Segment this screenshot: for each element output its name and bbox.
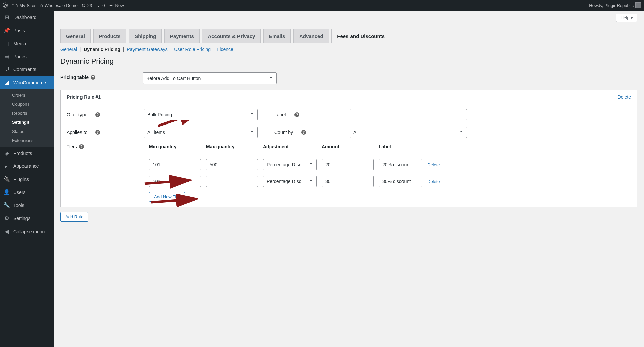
tier-row: Percentage Disc Delete <box>149 159 631 170</box>
pricing-table-label: Pricing table ? <box>60 72 143 80</box>
tab-accounts[interactable]: Accounts & Privacy <box>202 29 261 43</box>
th-min: Min quantity <box>149 144 201 149</box>
tab-emails[interactable]: Emails <box>263 29 291 43</box>
tier-amount-input[interactable] <box>322 159 374 170</box>
admin-bar: Ⓦ ⌂⌂My Sites ⌂Wholesale Demo ↻23 🗨0 ＋New… <box>0 0 644 11</box>
th-amount: Amount <box>322 144 374 149</box>
tab-fees-discounts[interactable]: Fees and Discounts <box>331 29 390 43</box>
help-icon[interactable]: ? <box>301 130 306 135</box>
subnav-licence[interactable]: Licence <box>217 47 233 52</box>
tier-delete-link[interactable]: Delete <box>427 162 454 167</box>
updates-link[interactable]: ↻23 <box>81 2 92 9</box>
dashboard-icon: ⊞ <box>3 14 10 20</box>
gear-icon: ⚙ <box>3 215 10 221</box>
menu-posts[interactable]: 📌Posts <box>0 24 54 37</box>
brush-icon: 🖌 <box>3 163 10 169</box>
submenu-status[interactable]: Status <box>0 127 54 136</box>
tier-row: Percentage Disc Delete <box>149 176 631 187</box>
subnav-general[interactable]: General <box>60 47 77 52</box>
menu-dashboard[interactable]: ⊞Dashboard <box>0 11 54 24</box>
subnav: General | Dynamic Pricing | Payment Gate… <box>60 47 637 52</box>
submenu-coupons[interactable]: Coupons <box>0 100 54 109</box>
tiers-header-row: Min quantity Max quantity Adjustment Amo… <box>149 144 631 153</box>
product-icon: ◈ <box>3 150 10 156</box>
howdy-link[interactable]: Howdy, PluginRepublic <box>589 2 641 8</box>
sites-icon: ⌂⌂ <box>11 2 18 8</box>
menu-appearance[interactable]: 🖌Appearance <box>0 160 54 172</box>
tier-amount-input[interactable] <box>322 176 374 187</box>
tier-max-input[interactable] <box>206 159 258 170</box>
woocommerce-icon: ◪ <box>3 79 10 86</box>
tier-delete-link[interactable]: Delete <box>427 179 454 184</box>
settings-tabs: General Products Shipping Payments Accou… <box>60 26 637 43</box>
pricing-table-select[interactable]: Before Add To Cart Button <box>143 72 277 84</box>
count-by-label: Count by <box>274 130 298 135</box>
offer-type-select[interactable]: Bulk Pricing <box>144 109 258 120</box>
plus-icon: ＋ <box>108 2 114 9</box>
help-icon[interactable]: ? <box>95 130 100 135</box>
tiers-label: Tiers ? <box>67 144 149 149</box>
help-icon[interactable]: ? <box>95 112 100 117</box>
page-icon: ▤ <box>3 53 10 60</box>
rule-label-input[interactable] <box>350 109 467 120</box>
offer-type-label: Offer type <box>67 112 92 117</box>
count-by-select[interactable]: All <box>350 127 467 138</box>
help-icon[interactable]: ? <box>294 112 299 117</box>
tier-min-input[interactable] <box>149 159 201 170</box>
menu-settings[interactable]: ⚙Settings <box>0 212 54 225</box>
tier-adjustment-select[interactable]: Percentage Disc <box>263 159 317 170</box>
menu-collapse[interactable]: ◀Collapse menu <box>0 225 54 229</box>
user-icon: 👤 <box>3 189 10 195</box>
my-sites-link[interactable]: ⌂⌂My Sites <box>11 2 36 8</box>
tier-min-input[interactable] <box>149 176 201 187</box>
content-area: Help ▾ General Products Shipping Payment… <box>54 11 644 229</box>
submenu-orders[interactable]: Orders <box>0 91 54 100</box>
menu-products[interactable]: ◈Products <box>0 147 54 160</box>
submenu-extensions[interactable]: Extensions <box>0 136 54 145</box>
rule-delete-link[interactable]: Delete <box>618 94 631 100</box>
comment-icon: 🗨 <box>3 66 10 72</box>
menu-users[interactable]: 👤Users <box>0 186 54 199</box>
menu-pages[interactable]: ▤Pages <box>0 50 54 63</box>
admin-sidebar: ⊞Dashboard 📌Posts ◫Media ▤Pages 🗨Comment… <box>0 11 54 229</box>
tab-advanced[interactable]: Advanced <box>293 29 329 43</box>
tab-shipping[interactable]: Shipping <box>129 29 162 43</box>
menu-media[interactable]: ◫Media <box>0 37 54 50</box>
th-max: Max quantity <box>206 144 258 149</box>
help-tab[interactable]: Help ▾ <box>616 14 637 22</box>
tab-payments[interactable]: Payments <box>164 29 200 43</box>
comments-link[interactable]: 🗨0 <box>95 2 105 8</box>
pin-icon: 📌 <box>3 27 10 34</box>
wrench-icon: 🔧 <box>3 202 10 208</box>
add-new-tier-button[interactable]: Add New Tier <box>149 192 185 202</box>
subnav-user-role-pricing[interactable]: User Role Pricing <box>174 47 211 52</box>
subnav-dynamic-pricing[interactable]: Dynamic Pricing <box>84 47 120 52</box>
rule-label-label: Label <box>274 112 291 117</box>
tab-products[interactable]: Products <box>93 29 126 43</box>
submenu-settings[interactable]: Settings <box>0 118 54 127</box>
new-link[interactable]: ＋New <box>108 2 124 9</box>
help-icon[interactable]: ? <box>79 144 84 149</box>
collapse-icon: ◀ <box>3 228 10 229</box>
submenu-reports[interactable]: Reports <box>0 109 54 118</box>
help-icon[interactable]: ? <box>91 75 95 80</box>
menu-plugins[interactable]: 🔌Plugins <box>0 172 54 186</box>
add-rule-button[interactable]: Add Rule <box>60 212 88 222</box>
th-label: Label <box>379 144 422 149</box>
subnav-payment-gateways[interactable]: Payment Gateways <box>127 47 167 52</box>
menu-woocommerce[interactable]: ◪WooCommerce <box>0 76 54 89</box>
home-icon: ⌂ <box>40 2 43 8</box>
applies-to-select[interactable]: All items <box>144 127 258 138</box>
tier-label-input[interactable] <box>379 159 422 170</box>
plug-icon: 🔌 <box>3 176 10 182</box>
menu-comments[interactable]: 🗨Comments <box>0 63 54 76</box>
comment-icon: 🗨 <box>95 2 101 8</box>
tier-adjustment-select[interactable]: Percentage Disc <box>263 176 317 187</box>
tier-max-input[interactable] <box>206 176 258 187</box>
site-name-link[interactable]: ⌂Wholesale Demo <box>40 2 78 8</box>
th-adj: Adjustment <box>263 144 317 149</box>
wp-logo[interactable]: Ⓦ <box>3 2 8 9</box>
tab-general[interactable]: General <box>60 29 91 43</box>
menu-tools[interactable]: 🔧Tools <box>0 199 54 212</box>
tier-label-input[interactable] <box>379 176 422 187</box>
